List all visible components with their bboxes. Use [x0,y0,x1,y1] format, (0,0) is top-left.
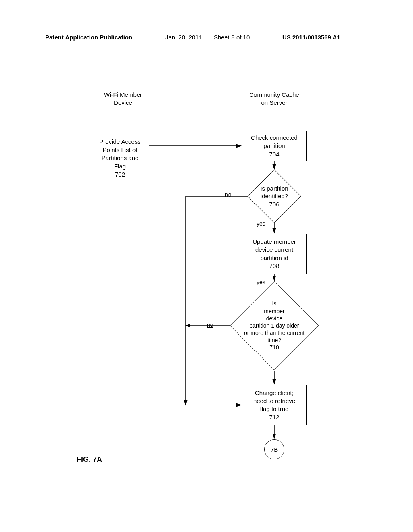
column-label-right: Community Cache on Server [238,91,311,107]
header-date: Jan. 20, 2011 [165,34,202,41]
node-710: Is member device partition 1 day older o… [223,282,325,369]
edge-label-708-yes: yes [257,279,265,285]
node-706: Is partition identified? 706 [240,175,309,217]
header-pub-number: US 2011/0013569 A1 [282,34,340,41]
edge-label-706-yes: yes [257,220,265,227]
column-label-left: Wi-Fi Member Device [91,91,155,107]
node-704: Check connected partition 704 [242,131,307,161]
edge-label-706-no: no [225,191,232,198]
flowchart-wires [0,0,413,532]
node-712: Change client; need to retrieve flag to … [242,385,307,425]
header-sheet: Sheet 8 of 10 [214,34,250,41]
node-702: Provide Access Points List of Partitions… [91,129,149,187]
header-pub-type: Patent Application Publication [45,34,132,41]
connector-7b: 7B [264,439,284,459]
figure-label: FIG. 7A [77,455,102,464]
edge-label-710-no: no [207,322,213,328]
node-708: Update member device current partition i… [242,234,307,274]
